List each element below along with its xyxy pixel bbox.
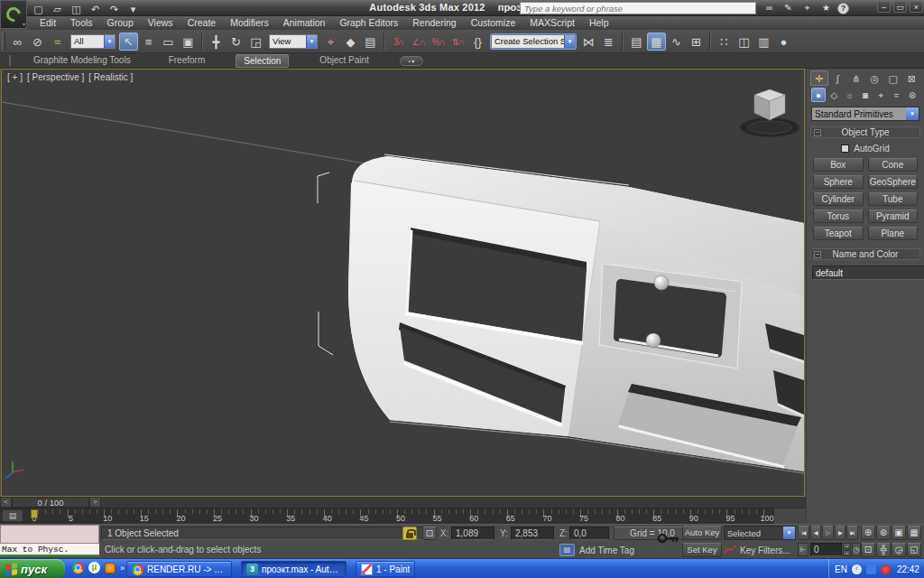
- menu-help[interactable]: Help: [582, 16, 616, 30]
- layer-explorer-icon[interactable]: ▦: [647, 33, 666, 51]
- tab-modify[interactable]: ∫: [829, 70, 847, 86]
- zoom-extents-button[interactable]: ▣: [892, 526, 906, 540]
- key-filters-button[interactable]: Key Filters...: [740, 545, 790, 555]
- selection-filter-dropdown[interactable]: All▼: [70, 34, 116, 49]
- z-coord-field[interactable]: 0,0: [569, 527, 609, 540]
- ribbon-grip[interactable]: [9, 55, 12, 66]
- collapse-rollout-icon[interactable]: −: [814, 251, 821, 258]
- render-setup-icon[interactable]: ◫: [735, 33, 753, 51]
- time-tag-icon[interactable]: ▤: [559, 544, 575, 556]
- menu-modifiers[interactable]: Modifiers: [223, 16, 276, 30]
- spinner-up-icon[interactable]: ▴: [843, 543, 851, 549]
- frame-spinner[interactable]: ▴▾: [843, 543, 851, 556]
- time-slider[interactable]: [31, 509, 38, 518]
- orbit-button[interactable]: ◶: [892, 543, 906, 557]
- minimize-button[interactable]: –: [877, 1, 891, 13]
- set-key-button[interactable]: Set Key: [682, 543, 722, 557]
- menu-views[interactable]: Views: [141, 16, 180, 30]
- tray-antivirus-icon[interactable]: [881, 564, 891, 574]
- button-geosphere[interactable]: GeoSphere: [868, 175, 919, 189]
- absolute-mode-toggle[interactable]: ⊡: [422, 527, 437, 540]
- object-type-rollout-header[interactable]: − Object Type: [810, 126, 920, 138]
- menu-customize[interactable]: Customize: [464, 16, 523, 30]
- select-by-name-icon[interactable]: ≡: [139, 33, 158, 51]
- viewcube[interactable]: [740, 89, 799, 137]
- maximize-viewport-button[interactable]: ◱: [907, 543, 921, 557]
- listener-script-pane[interactable]: Max to Physc.: [0, 544, 99, 556]
- layer-manager-icon[interactable]: ▤: [627, 33, 646, 51]
- tab-create[interactable]: ✛: [810, 70, 828, 86]
- tab-display[interactable]: ▢: [884, 70, 902, 86]
- key-mode-dropdown[interactable]: Selected ▼: [724, 526, 796, 540]
- zoom-extents-all-button[interactable]: ▦: [907, 526, 921, 540]
- viewport-menu-label[interactable]: [ + ]: [7, 72, 23, 82]
- button-box[interactable]: Box: [813, 158, 864, 172]
- go-to-start-button[interactable]: |◀: [798, 526, 809, 540]
- material-editor-icon[interactable]: ∷: [715, 33, 734, 51]
- x-coord-field[interactable]: 1,089: [451, 527, 494, 540]
- button-tube[interactable]: Tube: [868, 192, 919, 206]
- category-cameras[interactable]: ◙: [858, 88, 873, 102]
- hide-icons-chevron[interactable]: ‹: [852, 564, 862, 574]
- select-and-manipulate-icon[interactable]: ◆: [341, 33, 360, 51]
- menu-group[interactable]: Group: [100, 16, 141, 30]
- bolt-sphere-top[interactable]: [654, 275, 669, 290]
- current-frame-input[interactable]: [810, 543, 842, 556]
- curve-editor-icon[interactable]: ∿: [667, 33, 686, 51]
- angle-snap-toggle-icon[interactable]: ∠∩: [409, 33, 428, 51]
- spinner-down-icon[interactable]: ▾: [843, 550, 851, 556]
- viewport-canvas[interactable]: [2, 70, 804, 496]
- use-pivot-point-icon[interactable]: ⌖: [321, 33, 340, 51]
- button-cone[interactable]: Cone: [868, 158, 919, 172]
- tab-motion[interactable]: ◎: [866, 70, 884, 86]
- pan-button[interactable]: ╬: [876, 543, 891, 557]
- button-cylinder[interactable]: Cylinder: [813, 192, 864, 206]
- maxscript-mini-listener[interactable]: Max to Physc.: [0, 525, 99, 558]
- ribbon-tab-freeform[interactable]: Freeform: [162, 54, 213, 68]
- quick-launch-shield-icon[interactable]: [105, 563, 116, 573]
- button-teapot[interactable]: Teapot: [813, 227, 864, 240]
- named-selection-sets-dropdown[interactable]: Create Selection Se▼: [491, 34, 576, 49]
- window-crossing-icon[interactable]: ▣: [179, 33, 198, 51]
- next-key-button[interactable]: >: [89, 497, 101, 508]
- play-button[interactable]: ▷: [822, 526, 834, 540]
- rectangular-selection-region-icon[interactable]: ▭: [159, 33, 178, 51]
- open-mini-curve-editor-button[interactable]: ▤: [2, 509, 23, 522]
- button-sphere[interactable]: Sphere: [813, 175, 864, 189]
- key-mode-toggle[interactable]: ⊩: [798, 543, 808, 556]
- previous-key-button[interactable]: <: [0, 497, 12, 508]
- bolt-sphere-bottom[interactable]: [646, 333, 661, 348]
- go-to-end-button[interactable]: ▶|: [846, 526, 858, 540]
- zoom-region-button[interactable]: ⊡: [861, 543, 875, 557]
- frame-display[interactable]: 0 / 100: [12, 497, 89, 508]
- primitive-type-dropdown[interactable]: Standard Primitives ▼: [811, 107, 919, 121]
- percent-snap-toggle-icon[interactable]: %∩: [429, 33, 448, 51]
- y-coord-field[interactable]: 2,853: [511, 527, 554, 540]
- add-time-tag[interactable]: Add Time Tag: [579, 545, 634, 555]
- search-flyout-arrow-icon[interactable]: ▸: [509, 4, 513, 12]
- listener-macro-pane[interactable]: [0, 525, 99, 544]
- next-frame-button[interactable]: |▶: [835, 526, 846, 540]
- render-production-icon[interactable]: ●: [774, 33, 793, 51]
- button-torus[interactable]: Torus: [813, 210, 864, 223]
- application-menu-button[interactable]: ▾: [0, 0, 27, 29]
- select-object-icon[interactable]: ↖: [119, 33, 138, 51]
- snaps-toggle-icon[interactable]: 3∩: [389, 33, 408, 51]
- previous-frame-button[interactable]: ◀|: [810, 526, 822, 540]
- object-name-input[interactable]: [812, 266, 924, 280]
- category-lights[interactable]: ☼: [843, 88, 857, 102]
- category-helpers[interactable]: ⌖: [873, 88, 888, 102]
- edit-named-selection-sets-icon[interactable]: {}: [468, 33, 487, 51]
- tray-network-icon[interactable]: [866, 564, 876, 574]
- unlink-selection-icon[interactable]: ⊘: [28, 33, 47, 51]
- key-filters-curve-icon[interactable]: [724, 544, 737, 555]
- viewport-view-label[interactable]: [ Perspective ]: [27, 72, 84, 82]
- select-and-rotate-icon[interactable]: ↻: [226, 33, 245, 51]
- autogrid-checkbox[interactable]: [841, 144, 849, 153]
- set-keys-key-icon[interactable]: [657, 532, 680, 545]
- menu-graph-editors[interactable]: Graph Editors: [332, 16, 405, 30]
- favorites-icon[interactable]: ★: [818, 2, 834, 14]
- mirror-icon[interactable]: ⋈: [579, 33, 598, 51]
- quick-launch-utorrent-icon[interactable]: µ: [88, 562, 100, 573]
- communication-center-icon[interactable]: ⌖: [799, 2, 815, 14]
